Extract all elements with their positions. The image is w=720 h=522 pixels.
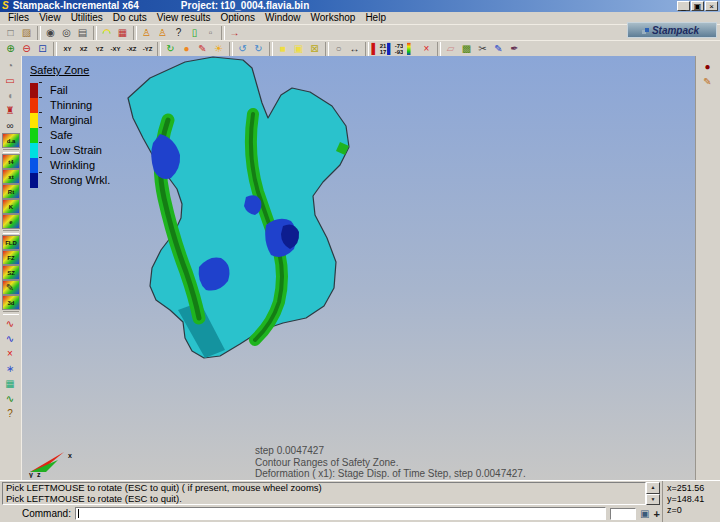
label-icon[interactable]: ○ xyxy=(331,42,347,56)
dynamic-rotate-icon[interactable]: ◔ xyxy=(2,58,20,73)
toolbar-separator xyxy=(133,26,137,40)
press-tool-icon[interactable]: ♜ xyxy=(2,103,20,118)
graph-export-icon[interactable]: ∿ xyxy=(2,391,20,406)
menu-item[interactable]: Window xyxy=(260,12,306,24)
user-icon[interactable]: ♙ xyxy=(139,26,155,40)
view-minus-yz-icon[interactable]: -YZ xyxy=(139,42,155,56)
rainbow-icon[interactable]: ◠ xyxy=(99,26,115,40)
menu-item[interactable]: Workshop xyxy=(306,12,361,24)
graph-edit-icon[interactable]: ∿ xyxy=(2,331,20,346)
contour-e-icon[interactable]: e xyxy=(2,214,20,229)
new-file-icon[interactable]: □ xyxy=(3,26,19,40)
scroll-down-button[interactable]: ▼ xyxy=(646,494,660,506)
screenshot-icon[interactable]: ▣ xyxy=(640,508,649,520)
legend-label: Fail xyxy=(50,83,68,98)
close-button[interactable]: × xyxy=(705,1,718,11)
help-question-icon[interactable]: ? xyxy=(171,26,187,40)
restore-button[interactable]: ▣ xyxy=(691,1,704,11)
menu-item[interactable]: Options xyxy=(216,12,260,24)
open-image-icon[interactable]: ▨ xyxy=(19,26,35,40)
gear-flower-icon[interactable]: ∗ xyxy=(2,361,20,376)
right-toolbar: ● ✎ xyxy=(695,56,720,480)
command-input[interactable] xyxy=(75,507,606,520)
context-help-icon[interactable]: ? xyxy=(2,406,20,421)
minimize-button[interactable]: _ xyxy=(677,1,690,11)
cut-icon[interactable]: ✂ xyxy=(475,42,491,56)
window-controls: _ ▣ × xyxy=(676,1,718,11)
grid-icon[interactable]: ▦ xyxy=(2,376,20,391)
menu-item[interactable]: Help xyxy=(360,12,391,24)
view-minus-xz-icon[interactable]: -XZ xyxy=(123,42,139,56)
contour-rt-icon[interactable]: Rt xyxy=(2,184,20,199)
render-sphere-icon[interactable]: ● xyxy=(179,42,195,56)
contour-t4-icon[interactable]: t4 xyxy=(2,154,20,169)
eraser-icon[interactable]: ▱ xyxy=(443,42,459,56)
toolbar-row-2: ⊕ ⊖ ⊡ XY XZ YZ -XY -XZ -YZ ↻ ● ✎ ☀ ↺ ↻ ■… xyxy=(0,40,720,56)
menu-item[interactable]: View xyxy=(34,12,66,24)
green-page-icon[interactable]: ▯ xyxy=(187,26,203,40)
fld-icon[interactable]: FLD xyxy=(2,235,20,250)
rotate-right-icon[interactable]: ↻ xyxy=(251,42,267,56)
contour-off-icon[interactable]: × xyxy=(419,42,435,56)
mesh-3d-icon[interactable]: 3d xyxy=(2,295,20,310)
rotate-left-icon[interactable]: ↺ xyxy=(235,42,251,56)
contour-max-icon[interactable]: ▌21 17 xyxy=(371,42,387,56)
menu-item[interactable]: Do cuts xyxy=(108,12,152,24)
graph-delete-icon[interactable]: × xyxy=(2,346,20,361)
crosshair-icon[interactable]: + xyxy=(654,508,660,520)
sign-icon[interactable]: ✒ xyxy=(507,42,523,56)
fz-icon[interactable]: FZ xyxy=(2,250,20,265)
toolbar-separator xyxy=(269,42,273,56)
photo-camera-icon[interactable]: ◉ xyxy=(43,26,59,40)
legend-items: Fail Thinning Marginal Safe Low Strain W… xyxy=(30,83,110,188)
pen-icon[interactable]: ✎ xyxy=(491,42,507,56)
contour-da-icon[interactable]: d.a xyxy=(2,133,20,148)
view-minus-xy-icon[interactable]: -XY xyxy=(107,42,123,56)
toolbar-separator xyxy=(325,42,329,56)
note-icon[interactable]: ■ xyxy=(275,42,291,56)
zoom-out-icon[interactable]: ⊖ xyxy=(19,42,35,56)
exit-icon[interactable]: → xyxy=(227,26,243,40)
capture-image-icon[interactable]: ▩ xyxy=(459,42,475,56)
ruler-icon[interactable]: ↔ xyxy=(347,42,363,56)
viewport-3d[interactable]: Safety Zone Fail Thinning Marginal Safe … xyxy=(22,56,695,480)
copy-note-icon[interactable]: ▣ xyxy=(291,42,307,56)
menu-item[interactable]: Utilities xyxy=(66,12,108,24)
pages-icon[interactable]: ▫ xyxy=(203,26,219,40)
contour-min-icon[interactable]: ▌-73 -93 xyxy=(387,42,403,56)
record-icon[interactable]: ● xyxy=(699,59,717,74)
measure-icon[interactable]: ✎ xyxy=(195,42,211,56)
axis-triad: x y z xyxy=(28,448,84,478)
mini-input[interactable] xyxy=(610,508,636,520)
view-xz-icon[interactable]: XZ xyxy=(75,42,91,56)
refresh-icon[interactable]: ↻ xyxy=(163,42,179,56)
menu-item[interactable]: View results xyxy=(152,12,216,24)
text-caret xyxy=(78,509,79,518)
menu-item[interactable]: Files xyxy=(3,12,34,24)
zoom-window-icon[interactable]: ▭ xyxy=(2,73,20,88)
movie-camera-icon[interactable]: ◎ xyxy=(59,26,75,40)
toolbar-separator xyxy=(157,42,161,56)
glasses-icon[interactable]: ∞ xyxy=(2,118,20,133)
view-xy-icon[interactable]: XY xyxy=(59,42,75,56)
contour-k-icon[interactable]: K xyxy=(2,199,20,214)
scroll-up-button[interactable]: ▲ xyxy=(646,482,660,494)
coordinate-y: y=148.41 xyxy=(667,494,720,505)
zoom-in-icon[interactable]: ⊕ xyxy=(3,42,19,56)
toolbar-separator xyxy=(37,26,41,40)
edit-notes-icon[interactable]: ✎ xyxy=(699,74,717,89)
print-icon[interactable]: ▤ xyxy=(75,26,91,40)
sz-icon[interactable]: SZ xyxy=(2,265,20,280)
light-icon[interactable]: ☀ xyxy=(211,42,227,56)
graph-view-icon[interactable]: ∿ xyxy=(2,316,20,331)
contour-xt-icon[interactable]: xt xyxy=(2,169,20,184)
add-user-icon[interactable]: ♙ xyxy=(155,26,171,40)
view-yz-icon[interactable]: YZ xyxy=(91,42,107,56)
layers-icon[interactable]: ▦ xyxy=(115,26,131,40)
delete-note-icon[interactable]: ⊠ xyxy=(307,42,323,56)
contour-draw-icon[interactable]: ✎ xyxy=(2,280,20,295)
contour-bands-icon[interactable]: ▌ xyxy=(403,42,419,56)
pan-icon[interactable]: ◖ xyxy=(2,88,20,103)
annotation-deformation: Deformation ( x1): Stage Disp. of Time S… xyxy=(255,468,526,480)
zoom-frame-icon[interactable]: ⊡ xyxy=(35,42,51,56)
